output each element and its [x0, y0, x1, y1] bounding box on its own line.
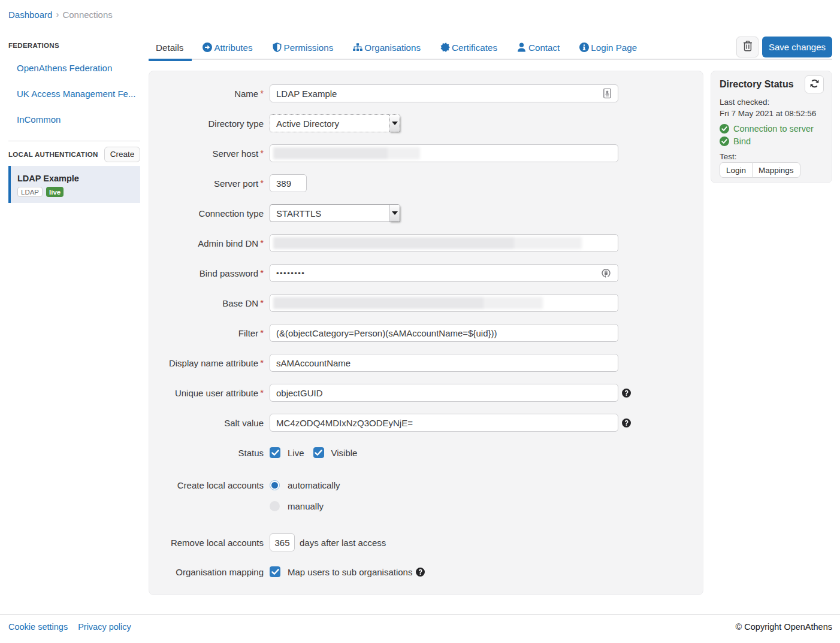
form-row-bind-password: Bind password*	[149, 264, 703, 282]
breadcrumb-dashboard-link[interactable]: Dashboard	[8, 10, 52, 20]
arrow-circle-right-icon	[203, 43, 212, 52]
field-suffix-text: days after last access	[300, 538, 386, 548]
sidebar-item-ldap-example[interactable]: LDAP Example LDAP live	[8, 166, 140, 203]
check-icon	[271, 569, 279, 575]
tab-certificates[interactable]: Certificates	[430, 35, 506, 59]
checkbox-label: Live	[288, 448, 304, 458]
tab-bar: DetailsAttributesPermissionsOrganisation…	[149, 36, 832, 60]
display-name-attribute-input[interactable]	[270, 354, 618, 372]
tab-organisations[interactable]: Organisations	[342, 35, 430, 59]
tab-attributes[interactable]: Attributes	[192, 35, 261, 59]
checkbox-label: Visible	[331, 448, 358, 458]
radio-label: manually	[288, 501, 324, 511]
question-circle-icon[interactable]	[416, 568, 425, 577]
form-row-remove-local-accounts: Remove local accountsdays after last acc…	[149, 533, 703, 551]
sidebar-federation-link-2[interactable]: InCommon	[17, 115, 140, 124]
form-row-connection-type: Connection typeSTARTTLS	[149, 204, 703, 222]
tab-label: Contact	[528, 43, 560, 53]
check-icon	[271, 450, 279, 456]
certificate-icon	[440, 43, 450, 52]
field-label: Name*	[149, 89, 264, 99]
create-button[interactable]: Create	[104, 147, 140, 162]
test-login-button[interactable]: Login	[720, 162, 753, 178]
test-label: Test:	[720, 151, 824, 162]
chevron-right-icon: ›	[56, 9, 59, 19]
filter-input[interactable]	[270, 324, 618, 342]
tab-contact[interactable]: Contact	[506, 35, 569, 59]
checkbox-live[interactable]	[270, 447, 280, 458]
redacted-value	[273, 297, 543, 309]
salt-value-input[interactable]	[270, 414, 618, 432]
tab-permissions[interactable]: Permissions	[262, 35, 343, 59]
form-row-name: Name*	[149, 84, 703, 102]
question-circle-icon[interactable]	[622, 389, 631, 398]
save-changes-button[interactable]: Save changes	[762, 37, 832, 57]
bind-password-input[interactable]	[270, 264, 618, 282]
form-row-organisation-mapping: Organisation mappingMap users to sub org…	[149, 566, 703, 577]
required-asterisk: *	[260, 327, 264, 338]
footer-link-privacy-policy[interactable]: Privacy policy	[78, 622, 131, 632]
field-label: Status	[149, 448, 264, 458]
copyright-text: © Copyright OpenAthens	[736, 622, 832, 632]
unique-user-attribute-input[interactable]	[270, 384, 618, 402]
select-arrow	[389, 205, 400, 222]
breadcrumb-current: Connections	[62, 10, 112, 20]
connection-type-select[interactable]: STARTTLS	[270, 204, 400, 222]
info-circle-icon	[579, 43, 589, 52]
radio-automatically[interactable]	[270, 480, 280, 490]
sidebar-federation-link-1[interactable]: UK Access Management Fe...	[17, 89, 140, 98]
form-row-server-port: Server port*	[149, 174, 703, 192]
checkbox-label: Map users to sub organisations	[288, 567, 412, 577]
delete-button[interactable]	[736, 37, 759, 57]
shield-icon	[273, 43, 282, 52]
field-label: Directory type	[149, 119, 264, 129]
footer-link-cookie-settings[interactable]: Cookie settings	[8, 622, 68, 632]
status-check-label: Bind	[733, 137, 751, 146]
field-label: Unique user attribute*	[149, 388, 264, 398]
question-circle-icon[interactable]	[622, 418, 631, 427]
remove-days-input[interactable]	[270, 533, 295, 551]
sidebar-federation-link-0[interactable]: OpenAthens Federation	[17, 63, 140, 72]
field-label: Organisation mapping	[149, 567, 264, 577]
sidebar-divider	[8, 141, 140, 141]
required-asterisk: *	[260, 387, 264, 398]
required-asterisk: *	[260, 238, 264, 248]
field-label: Connection type	[149, 208, 264, 219]
name-input[interactable]	[270, 84, 618, 102]
form-row-unique-user-attribute: Unique user attribute*	[149, 384, 703, 402]
refresh-button[interactable]	[805, 75, 824, 93]
tab-label: Permissions	[284, 43, 334, 53]
tab-label: Login Page	[591, 43, 637, 53]
form-row-salt-value: Salt value	[149, 414, 703, 432]
server-port-input[interactable]	[270, 174, 307, 192]
tab-login-page[interactable]: Login Page	[569, 35, 646, 59]
required-asterisk: *	[260, 298, 264, 308]
select-value: STARTTLS	[276, 208, 321, 219]
tab-details[interactable]: Details	[149, 35, 192, 59]
form-row-directory-type: Directory typeActive Directory	[149, 114, 703, 132]
required-asterisk: *	[260, 88, 264, 98]
sidebar: FEDERATIONS OpenAthens FederationUK Acce…	[8, 42, 140, 203]
tab-label: Certificates	[452, 43, 497, 53]
federations-heading: FEDERATIONS	[8, 42, 140, 49]
checkbox-visible[interactable]	[313, 447, 324, 458]
directory-type-select[interactable]: Active Directory	[270, 114, 400, 132]
field-label: Remove local accounts	[149, 538, 264, 548]
trash-icon	[743, 41, 753, 53]
form-row-create-local-accounts: Create local accountsautomaticallymanual…	[149, 480, 703, 511]
field-label: Salt value	[149, 418, 264, 428]
tab-label: Attributes	[214, 43, 252, 53]
required-asterisk: *	[260, 268, 264, 278]
status-check-0: Connection to server	[720, 124, 824, 134]
directory-status-title: Directory Status	[720, 79, 794, 90]
redacted-value	[273, 237, 582, 249]
field-label: Bind password*	[149, 268, 264, 278]
field-label: Display name attribute*	[149, 358, 264, 368]
test-mappings-button[interactable]: Mappings	[752, 162, 800, 178]
checkbox-map-users[interactable]	[270, 566, 280, 577]
form-row-server-host: Server host*	[149, 144, 703, 162]
user-icon	[517, 43, 527, 52]
required-asterisk: *	[260, 148, 264, 158]
radio-manually[interactable]	[270, 501, 280, 511]
connection-status-badge: live	[46, 187, 64, 197]
